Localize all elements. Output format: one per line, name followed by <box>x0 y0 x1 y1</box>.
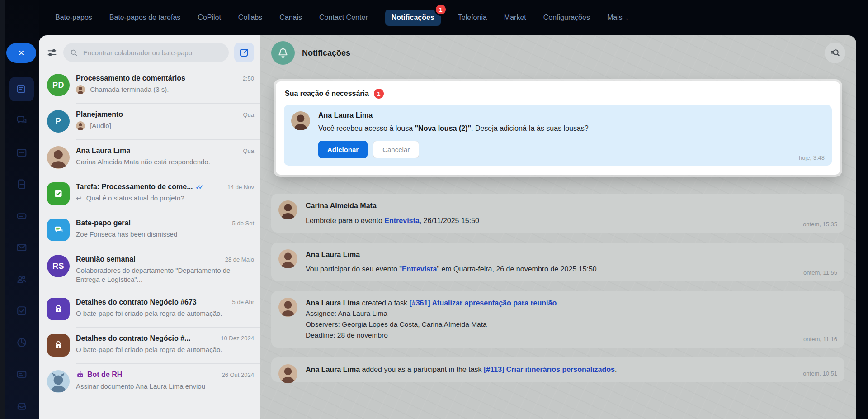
sender-name: Carina Almeida Mata <box>306 200 778 211</box>
chat-search-input[interactable] <box>82 48 222 57</box>
chevron-down-icon: ⌄ <box>625 14 630 21</box>
chat-title: Planejamento <box>76 110 123 119</box>
task-chat-icon <box>47 182 70 205</box>
nav-item-telefonia[interactable]: Telefonia <box>458 14 487 22</box>
avatar <box>278 200 297 219</box>
chat-list-item[interactable]: Bate-papo geral 5 de Set Zoe Fonseca has… <box>39 212 260 248</box>
close-icon: ✕ <box>18 48 24 58</box>
reaction-required-card: Sua reação é necessária 1 Ana Laura Lima… <box>276 81 840 175</box>
chat-avatar-initials: PD <box>47 74 70 96</box>
chat-last-message: Carina Almeida Mata não está respondendo… <box>76 158 210 166</box>
notifications-count-badge: 1 <box>436 5 446 14</box>
workspace-card: PD Processamento de comentários 2:50 Cha… <box>39 35 856 419</box>
invite-message: Você recebeu acesso à lousa "Nova lousa … <box>318 124 770 133</box>
avatar <box>291 111 310 130</box>
page-title: Notificações <box>302 48 350 58</box>
nav-item-mais[interactable]: Mais⌄ <box>607 14 630 22</box>
bot-avatar <box>47 370 70 393</box>
read-check-icon: ✓✓ <box>195 184 203 190</box>
chat-avatar-initials: RS <box>47 255 70 277</box>
chat-list-item[interactable]: Detalhes do contrato Negócio #... 10 Dez… <box>39 327 260 363</box>
chat-time: 5 de Set <box>228 220 254 227</box>
avatar <box>278 298 297 317</box>
task-details: Assignee: Ana Laura Lima Observers: Geor… <box>306 308 778 341</box>
task-link[interactable]: [#113] Criar itinerários personalizados <box>484 366 615 373</box>
bot-icon <box>76 371 85 379</box>
notification-body: Ana Laura Lima created a task [#361] Atu… <box>306 299 559 307</box>
search-icon <box>70 48 78 57</box>
chat-list: PD Processamento de comentários 2:50 Cha… <box>39 67 260 419</box>
event-link[interactable]: Entrevista <box>384 217 419 224</box>
chat-list-item[interactable]: PD Processamento de comentários 2:50 Cha… <box>39 67 260 103</box>
chat-list-item[interactable]: Bot de RH 26 Out 2024 Assinar documento … <box>39 363 260 400</box>
nav-item-copilot[interactable]: CoPilot <box>198 14 221 22</box>
sidebar-document-icon[interactable] <box>9 172 34 196</box>
chat-filter-button[interactable] <box>46 47 58 58</box>
sidebar-people-icon[interactable] <box>9 267 34 291</box>
notification-item[interactable]: Ana Laura Lima created a task [#361] Atu… <box>271 291 844 348</box>
chat-avatar-initials: P <box>47 110 70 133</box>
nav-item-notificacoes[interactable]: Notificações 1 <box>385 10 441 26</box>
notification-item[interactable]: Carina Almeida Mata Lembrete para o even… <box>271 194 844 232</box>
chat-list-item[interactable]: Tarefa: Processamento de come... ✓✓ 14 d… <box>39 176 260 212</box>
notification-timestamp: ontem, 11:16 <box>803 336 837 343</box>
sidebar-calendar-icon[interactable] <box>9 140 34 165</box>
chat-list-item[interactable]: P Planejamento Qua [Audio] <box>39 103 260 139</box>
add-board-button[interactable]: Adicionar <box>318 141 368 158</box>
close-sidebar-button[interactable]: ✕ <box>6 43 36 63</box>
task-link[interactable]: [#361] Atualizar apresentação para reuni… <box>409 299 557 307</box>
new-chat-button[interactable] <box>234 43 254 62</box>
sidebar-mail-icon[interactable] <box>9 235 34 260</box>
avatar-initials: P <box>56 117 61 126</box>
board-name: "Nova lousa (2)" <box>415 124 471 132</box>
chat-title: Reunião semanal <box>76 255 136 263</box>
chat-title: Processamento de comentários <box>76 74 185 82</box>
chat-time: 26 Out 2024 <box>217 371 254 378</box>
chat-list-item[interactable]: RS Reunião semanal 28 de Maio Colaborado… <box>39 248 260 291</box>
notifications-search-button[interactable] <box>825 43 845 63</box>
task-deadline: Deadline: 28 de novembro <box>306 330 778 341</box>
last-sender-avatar <box>76 121 85 130</box>
sidebar-feed-icon[interactable] <box>9 77 34 101</box>
app-sidebar: ✕ <box>0 0 39 419</box>
sidebar-card-icon[interactable] <box>9 362 34 386</box>
nav-item-canais[interactable]: Canais <box>279 14 302 22</box>
sidebar-inbox-icon[interactable] <box>9 394 34 418</box>
notification-item[interactable]: Ana Laura Lima Vou participar do seu eve… <box>271 243 844 281</box>
cancel-button[interactable]: Cancelar <box>373 141 419 158</box>
sidebar-tasks-icon[interactable] <box>9 299 34 323</box>
task-observers: Observers: Georgia Lopes da Costa, Carin… <box>306 319 778 330</box>
chat-last-message: [Audio] <box>90 122 111 129</box>
chat-toolbar <box>39 35 260 67</box>
compose-icon <box>239 47 250 58</box>
chat-time: Qua <box>238 111 254 118</box>
chat-time: 10 Dez 2024 <box>216 335 254 342</box>
notification-body: Ana Laura Lima added you as a participan… <box>306 366 617 373</box>
general-chat-icon <box>47 219 70 241</box>
notification-body: Lembrete para o evento Entrevista, 26/11… <box>306 217 479 224</box>
event-link[interactable]: Entrevista <box>402 265 437 273</box>
nav-item-configuracoes[interactable]: Configurações <box>543 14 590 22</box>
chat-last-message: Assinar documento Ana Laura Lima enviou <box>76 382 205 390</box>
nav-item-market[interactable]: Market <box>504 14 526 22</box>
chat-list-item[interactable]: Ana Laura Lima Qua Carina Almeida Mata n… <box>39 139 260 176</box>
notification-item[interactable]: Ana Laura Lima added you as a participan… <box>271 357 844 381</box>
sidebar-messenger-icon[interactable] <box>9 109 34 133</box>
nav-item-bate-papos[interactable]: Bate-papos <box>55 14 92 22</box>
sidebar-drive-icon[interactable] <box>9 204 34 228</box>
notification-timestamp: hoje, 3:48 <box>799 154 825 161</box>
chat-title: Ana Laura Lima <box>76 147 130 155</box>
chat-list-item[interactable]: Detalhes do contrato Negócio #673 5 de A… <box>39 291 260 327</box>
avatar <box>278 364 297 383</box>
reply-arrow-icon: ↩ <box>76 194 82 202</box>
lock-icon <box>47 334 70 357</box>
last-sender-avatar <box>76 85 85 94</box>
nav-item-contact-center[interactable]: Contact Center <box>319 14 368 22</box>
bell-icon <box>271 41 295 65</box>
sidebar-crm-icon[interactable] <box>9 330 34 355</box>
avatar-initials: RS <box>52 262 64 271</box>
task-assignee: Assignee: Ana Laura Lima <box>306 308 778 319</box>
sender-name: Ana Laura Lima <box>306 299 360 307</box>
nav-item-collabs[interactable]: Collabs <box>238 14 262 22</box>
nav-item-bate-papos-de-tarefas[interactable]: Bate-papos de tarefas <box>109 14 180 22</box>
